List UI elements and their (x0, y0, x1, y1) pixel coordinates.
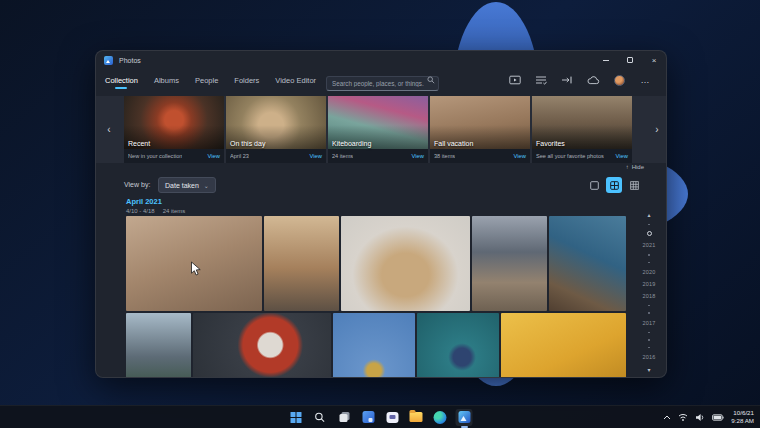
card-title: Kiteboarding (332, 140, 371, 147)
import-icon[interactable] (560, 73, 574, 87)
timeline-year[interactable]: 2020 (642, 269, 655, 275)
volume-icon[interactable] (695, 413, 705, 422)
taskbar-search-button[interactable] (312, 409, 329, 426)
tray-chevron-up-icon[interactable] (663, 415, 671, 420)
edge-icon (434, 411, 447, 424)
month-label[interactable]: April 2021 (126, 197, 185, 206)
tab-video-editor[interactable]: Video Editor (274, 74, 317, 87)
timeline-tick (648, 339, 650, 341)
medium-thumbnails-icon[interactable] (606, 177, 622, 193)
timeline-year[interactable]: 2019 (642, 281, 655, 287)
nav-row: Collection Albums People Folders Video E… (96, 69, 666, 91)
carousel-card-fall-vacation[interactable]: Fall vacation 38 itemsView (430, 96, 530, 163)
multi-select-icon[interactable] (534, 73, 548, 87)
wifi-icon[interactable] (678, 413, 688, 421)
search-box (326, 72, 439, 87)
start-button[interactable] (288, 409, 305, 426)
photo-thumbnail[interactable] (549, 216, 626, 311)
photo-thumbnail[interactable] (341, 216, 470, 311)
card-title: Recent (128, 140, 150, 147)
task-view-button[interactable] (336, 409, 353, 426)
timeline-tick (648, 224, 650, 226)
close-button[interactable]: × (642, 51, 666, 69)
toolbar: … (508, 69, 652, 91)
widgets-button[interactable] (360, 409, 377, 426)
carousel-card-recent[interactable]: Recent New in your collectionView (124, 96, 224, 163)
photos-icon (458, 411, 470, 423)
small-thumbnails-icon[interactable] (626, 177, 642, 193)
tab-albums[interactable]: Albums (153, 74, 180, 87)
slideshow-icon[interactable] (508, 73, 522, 87)
view-options-bar: View by: Date taken ⌄ ↑ Hide (96, 171, 666, 199)
card-subtitle: April 23 (230, 153, 249, 159)
view-by-label: View by: (124, 181, 150, 188)
search-icon (315, 412, 326, 423)
carousel-card-on-this-day[interactable]: On this day April 23View (226, 96, 326, 163)
view-link[interactable]: View (616, 153, 628, 159)
task-view-icon (338, 411, 350, 423)
onedrive-cloud-icon[interactable] (586, 73, 600, 87)
photo-thumbnail[interactable] (472, 216, 547, 311)
timeline-scrubber[interactable]: ▴ 2021 2020 2019 2018 2017 2016 ▾ (638, 211, 660, 373)
photo-thumbnail[interactable] (193, 313, 331, 378)
taskbar: 10/6/21 9:28 AM (0, 405, 760, 428)
photo-thumbnail[interactable] (417, 313, 499, 378)
maximize-button[interactable] (618, 51, 642, 69)
scroll-down-icon[interactable]: ▾ (647, 366, 650, 373)
chat-button[interactable] (384, 409, 401, 426)
tab-folders[interactable]: Folders (233, 74, 260, 87)
date-range-label: 4/10 - 4/18 (126, 208, 155, 214)
carousel-prev-button[interactable]: ‹ (102, 120, 116, 138)
view-link[interactable]: View (310, 153, 322, 159)
tab-people[interactable]: People (194, 74, 219, 87)
hide-label: Hide (632, 164, 644, 170)
chevron-down-icon: ⌄ (204, 182, 209, 189)
card-title: On this day (230, 140, 265, 147)
photo-grid (126, 216, 626, 378)
card-title: Fall vacation (434, 140, 473, 147)
titlebar[interactable]: Photos × (96, 51, 666, 69)
photos-taskbar-button[interactable] (456, 409, 473, 426)
hide-carousel-button[interactable]: ↑ Hide (626, 164, 644, 170)
card-subtitle: See all your favorite photos (536, 153, 604, 159)
minimize-icon (603, 60, 609, 61)
file-explorer-button[interactable] (408, 409, 425, 426)
timeline-year[interactable]: 2017 (642, 320, 655, 326)
timeline-position-marker[interactable] (647, 231, 652, 236)
search-input[interactable] (326, 76, 439, 91)
file-explorer-icon (410, 412, 423, 422)
battery-icon[interactable] (712, 414, 724, 421)
view-link[interactable]: View (412, 153, 424, 159)
carousel-card-favorites[interactable]: Favorites See all your favorite photosVi… (532, 96, 632, 163)
scroll-up-icon[interactable]: ▴ (647, 211, 650, 218)
minimize-button[interactable] (594, 51, 618, 69)
chat-icon (386, 412, 398, 423)
carousel-next-button[interactable]: › (650, 120, 664, 138)
desktop: Photos × Collection Albums People Folder… (0, 0, 760, 428)
photo-thumbnail[interactable] (501, 313, 626, 378)
clock[interactable]: 10/6/21 9:28 AM (731, 409, 754, 426)
system-tray: 10/6/21 9:28 AM (663, 406, 754, 428)
photo-thumbnail[interactable] (126, 313, 191, 378)
timeline-tick (648, 332, 650, 334)
timeline-year[interactable]: 2021 (642, 242, 655, 248)
photo-thumbnail[interactable] (264, 216, 339, 311)
edge-button[interactable] (432, 409, 449, 426)
see-more-icon[interactable]: … (638, 73, 652, 87)
large-thumbnails-icon[interactable] (586, 177, 602, 193)
account-avatar[interactable] (612, 73, 626, 87)
date-taken-dropdown[interactable]: Date taken ⌄ (158, 177, 216, 193)
avatar-image (614, 75, 625, 86)
view-link[interactable]: View (514, 153, 526, 159)
tab-collection[interactable]: Collection (104, 74, 139, 87)
timeline-year[interactable]: 2016 (642, 354, 655, 360)
window-title: Photos (119, 57, 141, 64)
photo-thumbnail[interactable] (333, 313, 415, 378)
timeline-year[interactable]: 2018 (642, 293, 655, 299)
view-link[interactable]: View (208, 153, 220, 159)
timeline-tick (648, 305, 650, 307)
item-count-label: 24 items (163, 208, 186, 214)
thumbnail-size-switcher (586, 177, 642, 193)
carousel-card-kiteboarding[interactable]: Kiteboarding 24 itemsView (328, 96, 428, 163)
card-title: Favorites (536, 140, 565, 147)
